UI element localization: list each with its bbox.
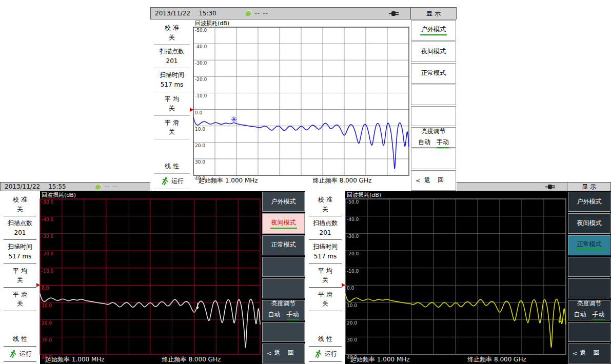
back-button[interactable]: <返 回: [411, 170, 456, 191]
sidebar-item-label: 平 滑: [0, 290, 40, 299]
sidebar-divider: [154, 44, 190, 45]
sidebar-item-smoothing: 平 滑关: [150, 118, 193, 137]
normal-mode-button[interactable]: 正常模式: [411, 63, 456, 84]
sidebar-item-label: 平 均: [0, 266, 40, 276]
sidebar-divider: [154, 173, 190, 174]
sidebar-spacer: [150, 141, 193, 161]
sidebar-item-smoothing: 平 滑关: [0, 290, 40, 309]
brightness-label: 亮度调节: [576, 299, 603, 309]
sidebar-item-calibration: 校 准关: [0, 195, 40, 214]
brightness-option-auto[interactable]: 自动: [418, 138, 430, 148]
display-menu-title: 显 示: [410, 8, 456, 19]
titlebar: 2013/11/22 15:30 -- -- 显 示: [150, 7, 457, 19]
back-button[interactable]: <返 回: [568, 343, 610, 363]
stop-frequency-label: 终止频率 8.000 GHz: [162, 355, 221, 364]
sidebar-item-value: 201: [150, 56, 193, 66]
sidebar-item-smoothing: 平 滑关: [305, 290, 345, 309]
sidebar-item-value: 关: [305, 299, 345, 309]
softkey-blank: [262, 278, 305, 298]
outdoor-mode-button[interactable]: 户外模式: [568, 192, 610, 212]
sidebar-item-sweep-points: 扫描点数201: [150, 47, 193, 66]
sidebar-divider: [4, 264, 36, 264]
sidebar-divider: [154, 139, 190, 139]
sidebar-item-label: 平 均: [305, 266, 345, 276]
back-chevron: <: [267, 350, 271, 357]
softkey-blank: [262, 322, 305, 342]
brightness-option-manual[interactable]: 手动: [287, 310, 299, 320]
frequency-axis-row: 起始频率 1.000 MHz 终止频率 8.000 GHz: [193, 175, 410, 191]
brightness-button[interactable]: 亮度调节自动手动: [568, 300, 610, 320]
mode-button-label: 正常模式: [420, 69, 447, 78]
brightness-option-auto[interactable]: 自动: [268, 310, 281, 320]
sidebar-item-value: 201: [0, 228, 40, 238]
sidebar-divider: [154, 115, 190, 116]
sidebar-item-run-status: 运行: [0, 349, 40, 359]
mode-button-label: 正常模式: [576, 240, 603, 250]
softkey-blank: [411, 85, 456, 105]
plot-area: -50.0-40.0-30.0-20.0-10.00.010.020.030.0…: [345, 199, 566, 354]
brightness-option-manual[interactable]: 手动: [593, 310, 605, 320]
running-man-icon: [313, 350, 322, 358]
gps-status-group: -- --: [94, 183, 118, 190]
softkey-blank: [568, 257, 610, 277]
frequency-axis-row: 起始频率 1.000 MHz 终止频率 8.000 GHz: [40, 354, 262, 364]
brightness-button[interactable]: 亮度调节自动手动: [262, 300, 305, 320]
sidebar-divider: [4, 287, 36, 288]
chart-column: 回波损耗(dB) -50.0-40.0-30.0-20.0-10.00.010.…: [40, 191, 262, 364]
outdoor-mode-button[interactable]: 户外模式: [262, 192, 305, 212]
softkey-blank: [568, 322, 610, 342]
display-menu-title: 显 示: [567, 183, 610, 191]
stop-frequency-label: 终止频率 8.000 GHz: [313, 176, 372, 185]
window-body: 校 准关扫描点数201扫描时间517 ms平 均关平 滑关线 性运行 回波损耗(…: [305, 191, 611, 364]
sidebar-divider: [4, 216, 36, 216]
sidebar-item-label: 运行: [171, 177, 184, 186]
sidebar-item-sweep-time: 扫描时间517 ms: [305, 242, 345, 261]
chart-title: 回波损耗(dB): [345, 191, 567, 199]
brightness-option-manual[interactable]: 手动: [437, 138, 449, 148]
sidebar-item-label: 扫描时间: [150, 70, 193, 80]
gps-satellite-icon: [245, 10, 252, 17]
sidebar-divider: [309, 216, 342, 216]
gps-status: -- --: [255, 10, 268, 17]
sidebar-item-run-status: 运行: [150, 176, 193, 187]
gps-status: -- --: [105, 183, 118, 190]
start-frequency-label: 起始频率 1.000 MHz: [199, 176, 258, 185]
date-label: 2013/11/22: [155, 10, 190, 17]
sidebar-item-value: 关: [0, 275, 40, 285]
back-button[interactable]: <返 回: [262, 343, 305, 363]
sidebar-item-value: 关: [305, 205, 345, 214]
sidebar-item-value: 关: [150, 33, 193, 43]
date-label: 2013/11/22: [5, 183, 40, 190]
sidebar-item-average: 平 均关: [150, 94, 193, 113]
status-sidebar: 校 准关扫描点数201扫描时间517 ms平 均关平 滑关线 性运行: [0, 191, 40, 364]
sidebar-item-linear: 线 性: [305, 334, 345, 344]
brightness-options: 自动手动: [574, 310, 605, 320]
back-chevron: <: [573, 350, 577, 357]
sidebar-item-label: 运行: [19, 350, 32, 358]
chart-title: 回波损耗(dB): [193, 19, 410, 27]
sidebar-divider: [309, 239, 342, 240]
outdoor-mode-button[interactable]: 户外模式: [411, 20, 456, 41]
sidebar-item-label: 校 准: [305, 195, 345, 205]
sidebar-item-label: 扫描点数: [150, 47, 193, 56]
normal-mode-button[interactable]: 正常模式: [262, 235, 305, 255]
chart-title: 回波损耗(dB): [40, 191, 262, 199]
reference-level-marker: [342, 283, 345, 287]
mode-button-label: 正常模式: [270, 240, 297, 250]
brightness-option-auto[interactable]: 自动: [574, 310, 586, 320]
night-mode-button[interactable]: 夜间模式: [411, 42, 456, 62]
sidebar-item-label: 平 均: [150, 94, 193, 104]
normal-mode-button[interactable]: 正常模式: [568, 235, 610, 255]
back-label: 返 回: [271, 349, 299, 358]
sidebar-item-value: 关: [150, 127, 193, 137]
reference-level-marker: [190, 108, 193, 112]
brightness-button[interactable]: 亮度调节自动手动: [411, 127, 456, 148]
brightness-label: 亮度调节: [270, 299, 297, 309]
sidebar-item-linear: 线 性: [0, 334, 40, 344]
night-mode-button[interactable]: 夜间模式: [262, 213, 305, 233]
softkey-blank: [411, 106, 456, 127]
night-mode-button[interactable]: 夜间模式: [568, 213, 610, 233]
softkey-menu: 户外模式夜间模式正常模式亮度调节自动手动<返 回: [567, 191, 611, 364]
brightness-options: 自动手动: [418, 138, 449, 148]
gps-satellite-icon: [94, 183, 102, 190]
